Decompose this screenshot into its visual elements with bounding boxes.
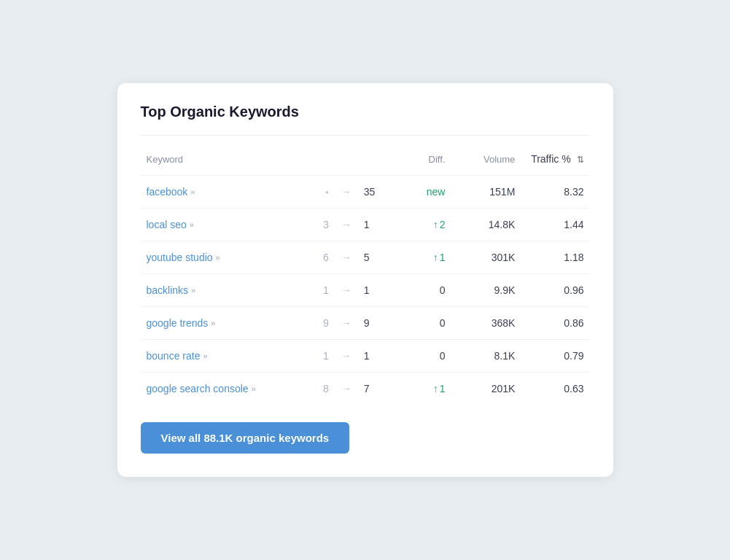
pos-curr: 1 [358,340,389,373]
up-arrow-icon: ↑ [433,383,438,394]
arrow-col: → [335,274,358,307]
chevron-icon: » [216,253,220,262]
traffic-col: 1.44 [521,209,589,241]
pos-prev: 1 [311,340,335,373]
keyword-link[interactable]: bounce rate [147,350,201,362]
arrow-col: → [335,307,358,340]
pos-prev: 6 [311,241,335,274]
table-row: youtube studio»6→5↑1301K1.18 [141,241,590,274]
top-organic-keywords-card: Top Organic Keywords Keyword Diff. Volum… [117,83,613,477]
table-row: bounce rate»1→108.1K0.79 [141,340,590,373]
diff-neutral: 0 [440,284,446,296]
pos-curr: 9 [358,307,389,340]
keyword-cell: youtube studio» [147,252,306,263]
keyword-cell: local seo» [147,219,306,230]
card-title: Top Organic Keywords [141,104,590,136]
pos-curr: 7 [358,373,389,405]
view-all-button[interactable]: View all 88.1K organic keywords [141,422,350,454]
table-row: google search console»8→7↑1201K0.63 [141,373,590,405]
volume-col: 9.9K [451,274,521,307]
arrow-col: → [335,373,358,405]
pos-prev: 1 [311,274,335,307]
diff-up: ↑1 [433,383,446,394]
chevron-icon: » [190,187,194,196]
volume-col: 8.1K [451,340,521,373]
arrow-col: → [335,241,358,274]
chevron-icon: » [252,384,255,393]
volume-col: 201K [451,373,521,405]
keyword-cell: google trends» [147,317,306,329]
pos-curr: 5 [358,241,389,274]
up-arrow-icon: ↑ [433,252,438,263]
volume-col: 151M [451,176,521,209]
pos-prev: ● [311,176,335,209]
keywords-table: Keyword Diff. Volume Traffic % ⇅ faceboo… [141,153,590,405]
volume-col: 368K [451,307,521,340]
pos-prev: 9 [311,307,335,340]
traffic-col: 0.86 [521,307,589,340]
diff-neutral: 0 [440,317,446,329]
traffic-col: 8.32 [521,176,589,209]
traffic-col: 0.79 [521,340,589,373]
chevron-icon: » [211,319,214,327]
diff-col: new [389,176,451,209]
sort-icon[interactable]: ⇅ [577,155,584,165]
diff-col: 0 [389,340,451,373]
traffic-col: 0.63 [521,373,589,405]
pos-curr: 35 [358,176,389,209]
col-header-volume: Volume [451,153,521,176]
chevron-icon: » [191,286,195,295]
table-row: backlinks»1→109.9K0.96 [141,274,590,307]
diff-neutral: 0 [440,350,446,362]
volume-col: 301K [451,241,521,274]
keyword-link[interactable]: google search console [147,383,249,394]
up-arrow-icon: ↑ [433,219,438,230]
col-header-traffic: Traffic % ⇅ [521,153,589,176]
volume-col: 14.8K [451,209,521,241]
pos-curr: 1 [358,274,389,307]
keyword-cell: backlinks» [147,284,306,296]
chevron-icon: » [190,220,193,229]
keyword-link[interactable]: facebook [147,186,188,198]
arrow-col: → [335,340,358,373]
diff-col: 0 [389,274,451,307]
diff-col: ↑2 [389,209,451,241]
col-header-keyword: Keyword [141,153,389,176]
chevron-icon: » [203,351,206,360]
keyword-cell: facebook» [147,186,306,198]
keyword-cell: google search console» [147,383,306,394]
table-row: local seo»3→1↑214.8K1.44 [141,209,590,241]
keyword-link[interactable]: local seo [147,219,187,230]
diff-up: ↑2 [433,219,446,230]
pos-prev: 3 [311,209,335,241]
keyword-cell: bounce rate» [147,350,306,362]
col-header-diff: Diff. [389,153,451,176]
keyword-link[interactable]: backlinks [147,284,189,296]
diff-col: 0 [389,307,451,340]
diff-col: ↑1 [389,373,451,405]
arrow-col: → [335,209,358,241]
arrow-col: → [335,176,358,209]
keyword-link[interactable]: google trends [147,317,209,329]
diff-new: new [427,186,446,198]
diff-col: ↑1 [389,241,451,274]
traffic-col: 0.96 [521,274,589,307]
diff-up: ↑1 [433,252,446,263]
pos-curr: 1 [358,209,389,241]
pos-prev: 8 [311,373,335,405]
keyword-link[interactable]: youtube studio [147,252,213,263]
traffic-col: 1.18 [521,241,589,274]
table-row: facebook»●→35new151M8.32 [141,176,590,209]
table-row: google trends»9→90368K0.86 [141,307,590,340]
